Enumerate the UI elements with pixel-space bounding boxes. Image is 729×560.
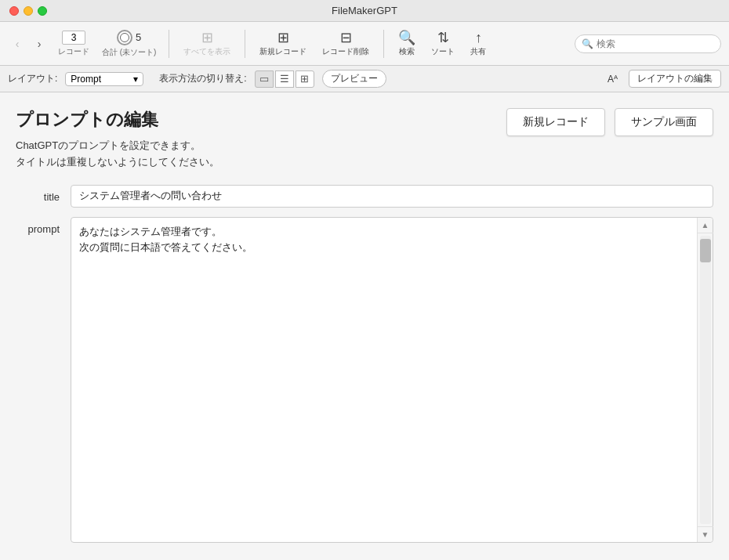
sort-action[interactable]: ⇅ ソート: [426, 29, 459, 59]
search-label: 検索: [399, 46, 415, 57]
search-icon: 🔍: [398, 31, 415, 45]
maximize-button[interactable]: [38, 6, 47, 16]
layout-label: レイアウト:: [8, 72, 57, 85]
scrollbar-down-button[interactable]: ▼: [698, 526, 713, 542]
forward-button[interactable]: ›: [30, 34, 49, 53]
back-button[interactable]: ‹: [8, 34, 27, 53]
search-input[interactable]: [597, 38, 714, 49]
scrollbar-up-button[interactable]: ▲: [698, 218, 713, 233]
traffic-lights: [9, 6, 47, 16]
title-field-label: title: [16, 185, 71, 208]
nav-buttons: ‹ ›: [8, 34, 49, 53]
total-circle-icon: [117, 30, 132, 45]
new-record-label: 新規レコード: [259, 46, 306, 57]
view-list-button[interactable]: ☰: [275, 70, 294, 88]
share-action[interactable]: ↑ 共有: [466, 29, 491, 59]
edit-layout-button[interactable]: レイアウトの編集: [629, 70, 721, 88]
divider-2: [245, 30, 245, 58]
aa-icon: Aᴬ: [608, 74, 618, 85]
search-bar-icon: 🔍: [582, 38, 593, 49]
delete-record-icon: ⊟: [340, 31, 352, 45]
sort-icon: ⇅: [437, 31, 449, 45]
title-row: title: [16, 185, 713, 208]
page-title: プロンプトの編集: [16, 108, 219, 132]
close-button[interactable]: [9, 6, 19, 16]
total-inner-circle: [120, 33, 129, 42]
title-bar: FileMakerGPT: [0, 0, 729, 22]
new-record-button[interactable]: 新規レコード: [506, 108, 605, 136]
forward-icon: ›: [38, 38, 42, 50]
preview-button[interactable]: プレビュー: [322, 70, 386, 88]
main-content: プロンプトの編集 ChatGPTのプロンプトを設定できます。 タイトルは重複しな…: [0, 92, 729, 560]
layout-dropdown-icon: ▾: [133, 74, 138, 85]
delete-record-action[interactable]: ⊟ レコード削除: [317, 29, 374, 59]
title-input[interactable]: [71, 185, 713, 208]
show-all-action[interactable]: ⊞ すべてを表示: [179, 29, 235, 59]
record-total: 5 合計 (未ソート): [102, 30, 156, 58]
page-description-1: ChatGPTのプロンプトを設定できます。: [16, 138, 219, 154]
form-area: title prompt ▲ ▼: [16, 185, 713, 552]
page-header: プロンプトの編集 ChatGPTのプロンプトを設定できます。 タイトルは重複しな…: [16, 108, 713, 171]
back-icon: ‹: [16, 38, 20, 50]
prompt-field-label: prompt: [16, 217, 71, 543]
divider-3: [383, 30, 384, 58]
minimize-button[interactable]: [24, 6, 33, 16]
share-label: 共有: [470, 46, 486, 57]
prompt-textarea-wrapper: ▲ ▼: [71, 217, 713, 543]
scrollbar-track: [700, 236, 711, 524]
show-all-label: すべてを表示: [183, 46, 230, 57]
app-title: FileMakerGPT: [332, 5, 397, 16]
prompt-textarea[interactable]: [71, 218, 697, 542]
view-form-button[interactable]: ▭: [255, 70, 274, 88]
page-description-2: タイトルは重複しないようにしてください。: [16, 154, 219, 171]
record-label: レコード: [58, 46, 89, 57]
new-record-action[interactable]: ⊞ 新規レコード: [255, 29, 311, 59]
view-table-button[interactable]: ⊞: [296, 70, 314, 88]
record-number[interactable]: 3: [62, 31, 85, 45]
prompt-scrollbar: ▲ ▼: [697, 218, 713, 542]
record-indicator: 3 レコード: [58, 31, 89, 57]
sort-label: ソート: [431, 46, 455, 57]
search-bar[interactable]: 🔍: [575, 34, 721, 53]
header-buttons: 新規レコード サンプル画面: [506, 108, 713, 136]
total-label: 合計 (未ソート): [102, 47, 156, 58]
layout-bar: レイアウト: Prompt ▾ 表示方法の切り替え: ▭ ☰ ⊞ プレビュー A…: [0, 66, 729, 92]
page-title-section: プロンプトの編集 ChatGPTのプロンプトを設定できます。 タイトルは重複しな…: [16, 108, 219, 171]
prompt-row: prompt ▲ ▼: [16, 217, 713, 543]
sample-screen-button[interactable]: サンプル画面: [615, 108, 713, 136]
view-switch: ▭ ☰ ⊞: [255, 70, 314, 88]
scrollbar-thumb[interactable]: [700, 239, 711, 262]
search-action[interactable]: 🔍 検索: [394, 29, 420, 59]
show-all-icon: ⊞: [201, 31, 213, 45]
share-icon: ↑: [475, 31, 482, 45]
layout-name: Prompt: [71, 74, 101, 85]
new-record-icon: ⊞: [277, 31, 289, 45]
divider-1: [169, 30, 169, 58]
edit-layout-label: レイアウトの編集: [637, 72, 713, 85]
toolbar: ‹ › 3 レコード 5 合計 (未ソート) ⊞ すべてを表示 ⊞ 新規レコード…: [0, 22, 729, 66]
view-switch-label: 表示方法の切り替え:: [159, 72, 246, 85]
layout-select[interactable]: Prompt ▾: [65, 72, 143, 86]
total-number: 5: [136, 31, 141, 43]
delete-record-label: レコード削除: [322, 46, 369, 57]
